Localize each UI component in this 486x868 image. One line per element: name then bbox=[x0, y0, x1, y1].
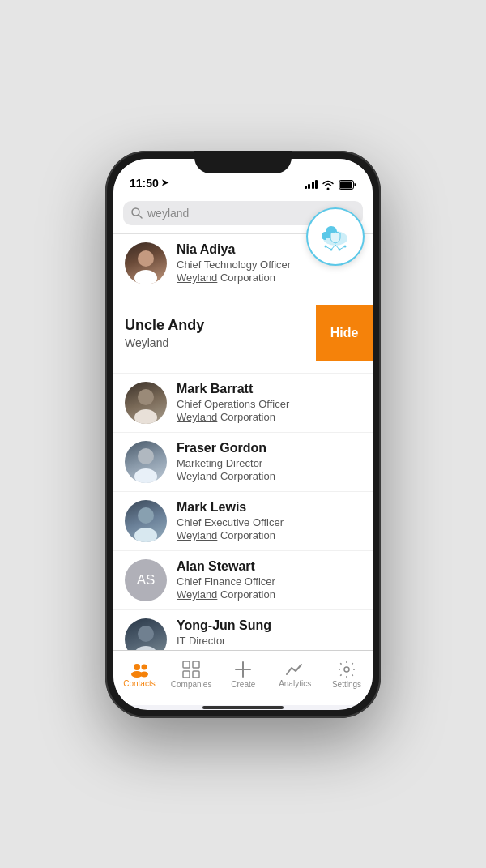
uncle-andy-name: Uncle Andy bbox=[125, 317, 308, 334]
bar4 bbox=[315, 180, 318, 189]
svg-rect-28 bbox=[193, 661, 199, 668]
svg-point-17 bbox=[138, 448, 154, 464]
bar2 bbox=[308, 184, 310, 189]
svg-point-14 bbox=[134, 270, 157, 284]
phone-screen: 11:50 ➤ bbox=[113, 159, 373, 710]
contact-item-fraser-gordon[interactable]: Fraser Gordon Marketing Director Weyland… bbox=[113, 433, 373, 492]
contact-name: Alan Stewart bbox=[177, 559, 361, 574]
svg-point-18 bbox=[134, 468, 157, 483]
contact-info-mark-lewis: Mark Lewis Chief Executive Officer Weyla… bbox=[177, 500, 361, 541]
home-indicator bbox=[113, 705, 373, 710]
svg-point-16 bbox=[134, 409, 157, 424]
bar3 bbox=[312, 182, 314, 189]
avatar-mark-barratt bbox=[125, 382, 167, 424]
svg-rect-30 bbox=[193, 671, 199, 678]
svg-point-23 bbox=[134, 664, 140, 670]
avatar-mark-lewis bbox=[125, 500, 167, 542]
svg-rect-29 bbox=[183, 671, 190, 678]
tab-contacts[interactable]: Contacts bbox=[119, 661, 160, 688]
battery-icon bbox=[339, 180, 356, 190]
avatar-alan-stewart: AS bbox=[125, 559, 167, 601]
status-icons bbox=[305, 180, 357, 190]
navigation-icon: ➤ bbox=[161, 177, 168, 188]
companies-icon bbox=[182, 661, 200, 678]
svg-line-10 bbox=[331, 245, 335, 250]
signal-bars bbox=[305, 180, 318, 189]
contact-title: IT Director bbox=[177, 635, 361, 647]
svg-point-26 bbox=[140, 671, 148, 677]
create-icon bbox=[234, 661, 252, 678]
contact-item-yong-jun-sung[interactable]: Yong-Jun Sung IT Director Weyland Corpor… bbox=[113, 610, 373, 650]
phone-notch bbox=[194, 151, 292, 173]
contacts-icon bbox=[130, 661, 149, 678]
avatar-yong-jun-sung bbox=[125, 618, 167, 650]
uncle-andy-company: Weyland bbox=[125, 336, 308, 349]
svg-line-9 bbox=[326, 246, 331, 250]
svg-rect-1 bbox=[340, 181, 352, 188]
contact-info-yong-jun-sung: Yong-Jun Sung IT Director Weyland Corpor… bbox=[177, 618, 361, 650]
svg-point-20 bbox=[134, 528, 157, 542]
cloud-shield-icon bbox=[318, 220, 353, 253]
tab-analytics-label: Analytics bbox=[279, 679, 311, 688]
svg-point-25 bbox=[141, 664, 147, 669]
hide-button[interactable]: Hide bbox=[316, 305, 373, 361]
time-display: 11:50 bbox=[130, 177, 159, 190]
uncle-andy-info: Uncle Andy Weyland bbox=[125, 317, 308, 349]
avatar-fraser-gordon bbox=[125, 441, 167, 483]
svg-line-12 bbox=[339, 246, 345, 250]
contact-company: Weyland Corporation bbox=[177, 411, 361, 423]
contact-info-fraser-gordon: Fraser Gordon Marketing Director Weyland… bbox=[177, 441, 361, 482]
tab-bar: Contacts Companies Create bbox=[113, 650, 373, 705]
contact-name: Mark Barratt bbox=[177, 382, 361, 396]
tab-create[interactable]: Create bbox=[223, 661, 263, 689]
contact-company: Weyland Corporation bbox=[177, 588, 361, 601]
home-indicator-bar bbox=[202, 706, 284, 709]
contact-name: Fraser Gordon bbox=[177, 441, 361, 455]
contact-company: Weyland Corporation bbox=[177, 272, 361, 284]
svg-point-21 bbox=[138, 626, 154, 642]
contact-company: Weyland Corporation bbox=[177, 470, 361, 482]
tab-analytics[interactable]: Analytics bbox=[275, 661, 315, 688]
svg-line-11 bbox=[335, 245, 339, 250]
tab-settings-label: Settings bbox=[332, 680, 361, 689]
contact-title: Chief Executive Officer bbox=[177, 516, 361, 528]
contact-item-alan-stewart[interactable]: AS Alan Stewart Chief Finance Officer We… bbox=[113, 551, 373, 610]
status-time: 11:50 ➤ bbox=[130, 177, 168, 190]
phone-frame: 11:50 ➤ bbox=[105, 151, 381, 718]
svg-point-22 bbox=[134, 646, 157, 650]
svg-point-33 bbox=[344, 667, 349, 672]
tab-settings[interactable]: Settings bbox=[326, 661, 367, 689]
avatar-nia-adiya bbox=[125, 242, 167, 284]
tab-contacts-label: Contacts bbox=[123, 679, 155, 688]
settings-icon bbox=[338, 661, 356, 678]
contact-company: Weyland Corporation bbox=[177, 648, 361, 650]
contact-title: Chief Operations Officer bbox=[177, 398, 361, 410]
contact-title: Marketing Director bbox=[177, 457, 361, 469]
contact-name: Yong-Jun Sung bbox=[177, 618, 361, 633]
search-icon bbox=[131, 207, 143, 219]
tab-create-label: Create bbox=[231, 680, 255, 689]
contact-item-mark-lewis[interactable]: Mark Lewis Chief Executive Officer Weyla… bbox=[113, 492, 373, 551]
svg-point-19 bbox=[138, 507, 154, 524]
svg-line-3 bbox=[139, 215, 142, 218]
contact-info-alan-stewart: Alan Stewart Chief Finance Officer Weyla… bbox=[177, 559, 361, 601]
tab-companies[interactable]: Companies bbox=[171, 661, 212, 689]
search-query: weyland bbox=[147, 207, 189, 220]
contact-info-mark-barratt: Mark Barratt Chief Operations Officer We… bbox=[177, 382, 361, 423]
contact-company: Weyland Corporation bbox=[177, 529, 361, 541]
svg-point-13 bbox=[138, 250, 154, 267]
contact-title: Chief Finance Officer bbox=[177, 575, 361, 588]
contact-item-uncle-andy[interactable]: Uncle Andy Weyland Hide bbox=[113, 293, 373, 374]
wifi-icon bbox=[322, 180, 335, 190]
contact-item-mark-barratt[interactable]: Mark Barratt Chief Operations Officer We… bbox=[113, 374, 373, 433]
contact-name: Mark Lewis bbox=[177, 500, 361, 515]
contact-list: Nia Adiya Chief Technology Officer Weyla… bbox=[113, 234, 373, 650]
cloud-badge[interactable] bbox=[306, 207, 364, 266]
svg-point-15 bbox=[138, 389, 154, 405]
bar1 bbox=[305, 186, 307, 189]
analytics-icon bbox=[285, 661, 305, 678]
svg-rect-27 bbox=[183, 661, 190, 668]
tab-companies-label: Companies bbox=[171, 680, 212, 689]
